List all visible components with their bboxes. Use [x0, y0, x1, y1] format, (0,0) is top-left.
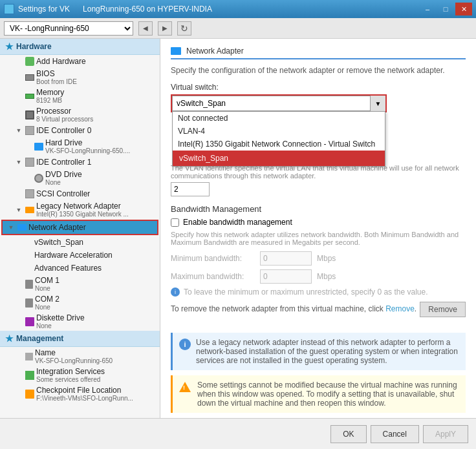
close-button[interactable]: ✕ [455, 3, 472, 16]
sidebar-item-add-hardware[interactable]: Add Hardware [0, 55, 160, 68]
ide-icon [25, 158, 34, 167]
min-bandwidth-unit: Mbps [317, 254, 336, 263]
sidebar-item-vswitch[interactable]: vSwitch_Span [0, 236, 160, 249]
add-icon [25, 57, 34, 66]
memory-icon [25, 94, 34, 99]
network-adapter-icon [171, 47, 181, 55]
sidebar-item-memory[interactable]: Memory 8192 MB [0, 87, 160, 105]
bandwidth-note-icon: i [171, 287, 180, 297]
sidebar-item-integration[interactable]: Integration Services Some services offer… [0, 366, 160, 384]
vm-selector-bar: VK- -LongRunning-650 ◀ ▶ ↻ [0, 18, 476, 39]
title-text: Settings for VK LongRunning-650 on HYPER… [18, 5, 212, 14]
ide-icon [25, 126, 34, 135]
expand-icon: ▼ [14, 159, 23, 165]
disk-icon [34, 143, 43, 151]
dropdown-option-vlan4[interactable]: VLAN-4 [173, 125, 385, 138]
checkpoint-icon [25, 390, 34, 399]
dropdown-option-not-connected[interactable]: Not connected [173, 112, 385, 125]
management-section-header: ★ Management [0, 331, 160, 347]
com-icon [25, 298, 33, 308]
forward-button[interactable]: ▶ [158, 21, 172, 36]
maximize-button[interactable]: □ [437, 3, 454, 16]
expand-icon: ▼ [6, 224, 16, 231]
content-area: Network Adapter Specify the configuratio… [160, 39, 476, 418]
sidebar-item-checkpoint[interactable]: Checkpoint File Location F:\Vineeth-VMs\… [0, 384, 160, 403]
dropdown-option-vswitch-span[interactable]: vSwitch_Span [173, 151, 385, 166]
vlan-input[interactable] [171, 182, 210, 196]
title-bar: Settings for VK LongRunning-650 on HYPER… [0, 0, 476, 18]
expand-icon: ▼ [14, 127, 23, 134]
ok-button[interactable]: OK [330, 425, 366, 443]
integ-icon [25, 371, 34, 380]
sidebar-item-name[interactable]: Name VK-SFO-LongRunning-650 [0, 347, 160, 366]
net-icon [17, 224, 27, 231]
max-bandwidth-input[interactable] [260, 269, 312, 284]
bios-icon [25, 74, 34, 81]
back-button[interactable]: ◀ [138, 21, 153, 36]
cancel-button[interactable]: Cancel [371, 425, 419, 443]
sidebar-item-processor[interactable]: Processor 8 Virtual processors [0, 105, 160, 124]
sidebar-item-network-adapter[interactable]: ▼ Network Adapter [3, 221, 157, 234]
sidebar-item-scsi[interactable]: SCSI Controller [0, 187, 160, 200]
section-title: Network Adapter [171, 47, 466, 59]
warning-box: Some settings cannot be modified because… [171, 375, 466, 413]
virtual-switch-label: Virtual switch: [171, 83, 466, 92]
minimize-button[interactable]: – [419, 3, 436, 16]
vm-dropdown[interactable]: VK- -LongRunning-650 [4, 21, 133, 36]
max-bandwidth-unit: Mbps [317, 272, 336, 281]
name-icon [25, 353, 33, 360]
expand-icon: ▼ [14, 207, 23, 213]
com-icon [25, 280, 33, 289]
sidebar-item-hard-drive[interactable]: Hard Drive VK-SFO-LongRunning-650.... [0, 137, 160, 156]
dropdown-option-intel[interactable]: Intel(R) 1350 Gigabit Network Connection… [173, 138, 385, 151]
apply-button[interactable]: ApplY [423, 425, 468, 443]
sidebar-item-advanced[interactable]: Advanced Features [0, 262, 160, 275]
legacy-net-icon [25, 207, 34, 213]
virtual-switch-popup: Not connected VLAN-4 Intel(R) 1350 Gigab… [172, 111, 385, 167]
scsi-icon [25, 189, 34, 198]
hardware-section-header: ★ Hardware [0, 39, 160, 55]
remove-button[interactable]: Remove [420, 302, 466, 317]
sidebar-item-ide1[interactable]: ▼ IDE Controller 1 [0, 156, 160, 169]
warning-icon [179, 382, 191, 392]
refresh-button[interactable]: ↻ [177, 21, 191, 36]
sidebar-item-dvd[interactable]: DVD Drive None [0, 169, 160, 187]
sidebar-item-ide0[interactable]: ▼ IDE Controller 0 [0, 124, 160, 137]
remove-section: To remove the network adapter from this … [171, 304, 466, 313]
max-bandwidth-label: Maximum bandwidth: [171, 272, 255, 281]
info-box: i Use a legacy network adapter instead o… [171, 333, 466, 370]
enable-bandwidth-label: Enable bandwidth management [183, 218, 292, 227]
bandwidth-desc: Specify how this network adapter utilize… [171, 231, 466, 246]
bottom-bar: OK Cancel ApplY [0, 418, 476, 449]
sidebar-item-com1[interactable]: COM 1 None [0, 275, 160, 293]
virtual-switch-dropdown[interactable]: vSwitch_Span [172, 96, 385, 111]
section-desc: Specify the configuration of the network… [171, 66, 466, 75]
dvd-icon [34, 174, 43, 183]
settings-icon [4, 4, 14, 14]
min-bandwidth-input[interactable] [260, 251, 312, 266]
cpu-icon [25, 110, 34, 120]
bandwidth-section: Bandwidth Management Enable bandwidth ma… [171, 204, 466, 297]
floppy-icon [25, 317, 34, 326]
sidebar-item-hw-accel[interactable]: Hardware Acceleration [0, 249, 160, 262]
sidebar: ★ Hardware Add Hardware BIOS Boot from I… [0, 39, 160, 418]
enable-bandwidth-checkbox[interactable] [171, 218, 179, 227]
sidebar-item-bios[interactable]: BIOS Boot from IDE [0, 68, 160, 87]
remove-link[interactable]: Remove [385, 304, 415, 313]
sidebar-item-legacy-net[interactable]: ▼ Legacy Network Adapter Intel(R) 1350 G… [0, 200, 160, 219]
min-bandwidth-label: Minimum bandwidth: [171, 254, 255, 263]
sidebar-item-com2[interactable]: COM 2 None [0, 293, 160, 312]
sidebar-item-diskette[interactable]: Diskette Drive None [0, 312, 160, 331]
bandwidth-title: Bandwidth Management [171, 204, 466, 214]
info-icon: i [179, 339, 191, 350]
